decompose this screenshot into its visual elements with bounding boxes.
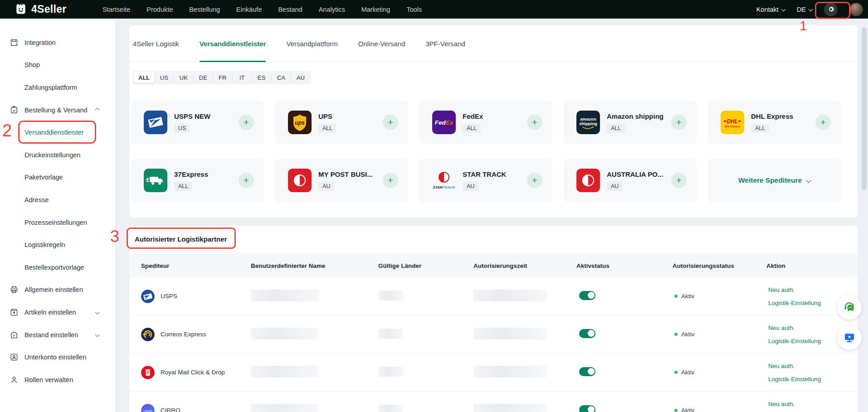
nav-bestand[interactable]: Bestand [278,6,302,13]
settings-gear-button[interactable] [824,3,838,16]
nav-tools[interactable]: Tools [406,6,422,13]
filter-de[interactable]: DE [193,72,213,83]
add-carrier-button[interactable]: + [671,173,687,188]
more-carriers-button[interactable]: Weitere Spediteure [708,159,841,202]
tab-versandplattform[interactable]: Versandplattform [286,25,337,62]
status-dot [674,295,678,298]
support-chat-button[interactable] [837,295,862,320]
svg-text:DHL Express: DHL Express [725,125,740,128]
active-toggle[interactable] [579,367,595,376]
add-carrier-button[interactable]: + [383,173,398,188]
col-autorisierungsstatus: Autorisierungsstatus [673,262,766,269]
add-carrier-button[interactable]: + [815,115,831,130]
redacted-custom-name [251,366,319,378]
usps-round-logo [141,290,155,303]
carrier-card-amazon-shipping: amazonshipping Amazon shippingALL + [564,101,697,144]
contact-dropdown[interactable]: Kontakt [756,6,785,13]
sidebar-item-paketvorlage[interactable]: Paketvorlage [0,166,115,189]
sidebar-item-druckeinstellungen[interactable]: Druckeinstellungen [0,144,115,166]
nav-einkaeufe[interactable]: Einkäufe [236,6,262,13]
partners-table: Spediteur Benutzerdefinierter Name Gülti… [129,254,858,412]
tab-online-versand[interactable]: Online-Versand [358,25,405,62]
truck-logo [144,169,167,192]
video-tutorial-button[interactable] [837,325,862,350]
sidebar-item-prozesseinstellungen[interactable]: Prozesseinstellungen [0,211,115,234]
nav-produkte[interactable]: Produkte [146,6,173,13]
filter-fr[interactable]: FR [213,72,232,83]
chevron-down-icon [806,178,811,183]
filter-all[interactable]: ALL [134,72,154,83]
tab-versanddienstleister[interactable]: Versanddienstleister [200,25,266,62]
vertical-scrollbar[interactable] [862,27,867,190]
printer-icon [10,285,19,294]
authorized-partners-panel: Autorisierter Logistikpartner Spediteur … [129,226,858,412]
active-toggle[interactable] [579,291,595,300]
inventory-box-icon [10,330,19,339]
tab-3pf-versand[interactable]: 3PF-Versand [425,25,465,62]
add-carrier-button[interactable]: + [671,115,687,130]
filter-uk[interactable]: UK [174,72,193,83]
brand-logo[interactable]: 4Seller [15,0,67,19]
filter-ca[interactable]: CA [271,72,291,83]
logistik-settings-link[interactable]: Logistik-Einstellung [768,376,858,383]
sidebar-item-versanddienstleister[interactable]: Versanddienstleister [0,121,115,144]
sidebar-item-bestand-einstellen[interactable]: Bestand einstellen [0,324,115,346]
redacted-countries [378,405,404,412]
active-toggle[interactable] [579,329,595,338]
sidebar-item-shop[interactable]: Shop [0,54,115,77]
filter-us[interactable]: US [154,72,174,83]
add-carrier-button[interactable]: + [383,115,398,130]
storefront-icon [10,38,19,47]
shipping-tabs: 4Seller Logistik Versanddienstleister Ve… [129,25,858,62]
add-carrier-button[interactable]: + [239,173,254,188]
col-aktion: Aktion [766,262,858,269]
svg-text:STARTRACK: STARTRACK [433,185,455,189]
filter-es[interactable]: ES [252,72,271,83]
sidebar: Integration Shop Zahlungsplattform Beste… [0,19,115,412]
sidebar-item-artikeln-einstellen[interactable]: Artikeln einstellen [0,301,115,324]
sidebar-item-rollen-verwalten[interactable]: Rollen verwalten [0,368,115,391]
carrier-card-my-post-business: MY POST BUSI...AU + [275,159,408,202]
tab-4seller-logistik[interactable]: 4Seller Logistik [133,25,179,62]
sidebar-item-adresse[interactable]: Adresse [0,189,115,211]
user-avatar[interactable] [849,3,863,16]
status-dot [674,409,678,412]
sidebar-item-allgemein-einstellen[interactable]: Allgemein einstellen [0,279,115,301]
add-carrier-button[interactable]: + [527,173,542,188]
redacted-custom-name [251,404,319,412]
sidebar-item-integration[interactable]: Integration [0,31,115,54]
sidebar-item-bestellung-versand[interactable]: Bestellung & Versand [0,99,115,121]
headset-chat-icon [843,301,856,314]
gear-icon [827,5,835,13]
add-carrier-button[interactable]: + [527,115,542,130]
status-label: Aktiv [681,331,694,338]
add-carrier-button[interactable]: + [239,115,254,130]
language-dropdown[interactable]: DE [797,6,812,13]
table-row-usps: USPS Aktiv Neu auth.Logistik-Einstellung [129,277,858,315]
carrier-card-australia-post: AUSTRALIA PO...AU + [564,159,697,202]
dhl-logo: DHLDHL Express [721,111,744,134]
nav-bestellung[interactable]: Bestellung [189,6,220,13]
sidebar-item-logistikregeln[interactable]: Logistikregeln [0,233,115,256]
col-benutzerdefinierter-name: Benutzerdefinierter Name [251,262,378,269]
nav-marketing[interactable]: Marketing [361,6,390,13]
filter-au[interactable]: AU [291,72,310,83]
chevron-down-icon [96,324,99,346]
reauth-link[interactable]: Neu auth. [768,363,858,369]
col-spediteur: Spediteur [141,262,251,269]
svg-text:shipping: shipping [579,121,597,126]
nav-analytics[interactable]: Analytics [319,6,345,13]
sidebar-item-zahlungsplattform[interactable]: Zahlungsplattform [0,76,115,99]
active-toggle[interactable] [579,405,595,412]
reauth-link[interactable]: Neu auth. [768,401,858,407]
filter-it[interactable]: IT [232,72,252,83]
nav-startseite[interactable]: Startseite [102,6,130,13]
reauth-link[interactable]: Neu auth. [768,286,858,293]
chevron-down-icon [781,7,785,11]
col-aktivstatus: Aktivstatus [576,262,673,269]
carriers-panel: 4Seller Logistik Versanddienstleister Ve… [129,25,858,218]
ups-logo: ups [288,111,312,134]
sidebar-item-unterkonto-einstellen[interactable]: Unterkonto einstellen [0,346,115,368]
sidebar-item-bestellexportvorlage[interactable]: Bestellexportvorlage [0,256,115,279]
order-clipboard-icon [10,106,19,115]
